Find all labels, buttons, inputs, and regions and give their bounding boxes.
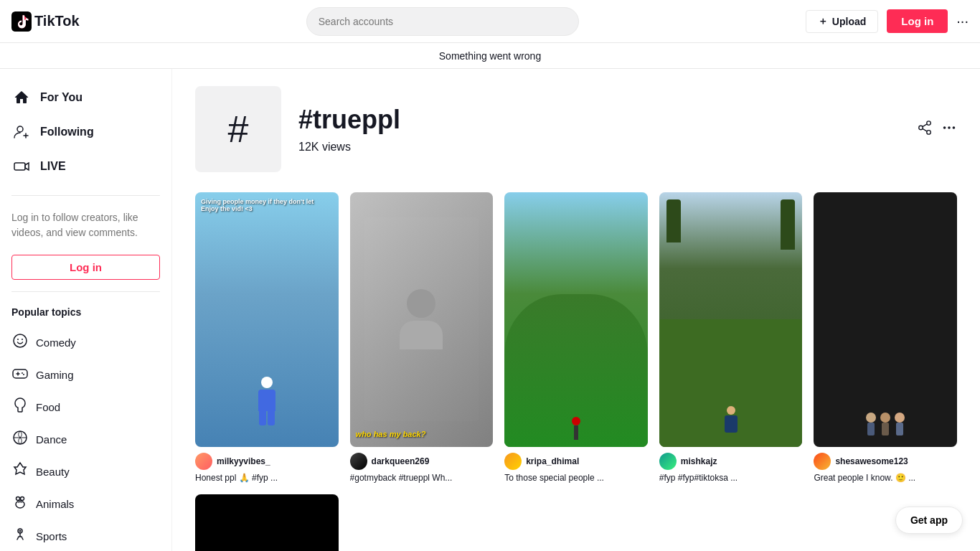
tag-header: # #trueppl 12K views bbox=[195, 86, 957, 172]
sidebar-item-sports[interactable]: Sports bbox=[0, 520, 171, 551]
svg-rect-1 bbox=[14, 163, 25, 170]
svg-point-3 bbox=[17, 339, 19, 340]
sidebar-divider-2 bbox=[11, 291, 160, 292]
svg-point-16 bbox=[927, 130, 931, 134]
video-card-3[interactable]: kripa_dhimal To those special people ... bbox=[504, 192, 648, 483]
username-2: darkqueen269 bbox=[372, 456, 430, 466]
avatar-3 bbox=[504, 453, 522, 470]
username-5: shesawesome123 bbox=[835, 456, 908, 466]
svg-point-7 bbox=[23, 374, 24, 375]
share-button[interactable] bbox=[917, 120, 933, 139]
sidebar-label-live: LIVE bbox=[40, 160, 66, 173]
main-content: # #trueppl 12K views bbox=[172, 69, 980, 551]
video-card-5[interactable]: shesawesome123 Great people I know. 🙂 ..… bbox=[814, 192, 957, 483]
home-icon bbox=[11, 88, 32, 108]
header: TikTok ＋ Upload Log in ··· bbox=[0, 0, 980, 43]
svg-point-18 bbox=[948, 126, 951, 129]
video-thumb-4 bbox=[659, 192, 803, 447]
sidebar-item-for-you[interactable]: For You bbox=[0, 80, 171, 115]
sidebar-item-comedy[interactable]: Comedy bbox=[0, 326, 171, 359]
layout: For You Following bbox=[0, 0, 980, 551]
svg-point-2 bbox=[14, 334, 27, 347]
topic-label-sports: Sports bbox=[36, 530, 67, 542]
avatar-5 bbox=[814, 453, 831, 470]
sidebar-login-button[interactable]: Log in bbox=[11, 255, 160, 280]
sidebar-item-animals[interactable]: Animals bbox=[0, 488, 171, 520]
avatar-2 bbox=[350, 453, 367, 470]
video-card-2[interactable]: who has my back? darkqueen269 #gotmyback… bbox=[350, 192, 494, 483]
video-thumb-6: ☠️ DON'T KEEPCALMCAUSEITS MYBIRTHDAY bbox=[195, 494, 339, 551]
video-user-5: shesawesome123 bbox=[814, 453, 957, 470]
header-left: TikTok bbox=[11, 11, 80, 32]
sidebar: For You Following bbox=[0, 69, 172, 551]
more-options-button[interactable] bbox=[941, 120, 957, 139]
upload-label: Upload bbox=[832, 16, 866, 27]
sidebar-item-food[interactable]: Food bbox=[0, 391, 171, 423]
svg-point-14 bbox=[927, 121, 931, 125]
logo-text: TikTok bbox=[34, 13, 80, 29]
sidebar-item-gaming[interactable]: Gaming bbox=[0, 359, 171, 391]
header-right: ＋ Upload Log in ··· bbox=[806, 9, 969, 33]
tag-info: #trueppl 12K views bbox=[298, 105, 900, 154]
topic-label-food: Food bbox=[36, 401, 60, 413]
svg-point-6 bbox=[22, 372, 23, 374]
error-message: Something went wrong bbox=[439, 50, 541, 62]
username-3: kripa_dhimal bbox=[526, 456, 579, 466]
video-card-4[interactable]: mishkajz #fyp #fyp#tiktoksa ... bbox=[659, 192, 803, 483]
more-icon[interactable]: ··· bbox=[956, 13, 969, 29]
beauty-icon bbox=[11, 461, 29, 482]
sidebar-divider bbox=[11, 195, 160, 196]
svg-point-15 bbox=[919, 126, 923, 130]
sidebar-item-beauty[interactable]: Beauty bbox=[0, 456, 171, 488]
video-card-6[interactable]: ☠️ DON'T KEEPCALMCAUSEITS MYBIRTHDAY bbox=[195, 494, 339, 551]
video-user-2: darkqueen269 bbox=[350, 453, 494, 470]
video-desc-4: #fyp #fyp#tiktoksa ... bbox=[659, 473, 803, 483]
svg-point-19 bbox=[953, 126, 956, 129]
svg-point-17 bbox=[943, 126, 946, 129]
username-4: mishkajz bbox=[681, 456, 717, 466]
svg-point-10 bbox=[21, 497, 24, 501]
food-icon bbox=[11, 397, 29, 418]
get-app-button[interactable]: Get app bbox=[895, 507, 963, 534]
video-desc-3: To those special people ... bbox=[504, 473, 648, 483]
login-button[interactable]: Log in bbox=[887, 9, 948, 33]
header-center bbox=[306, 7, 579, 36]
video-user-1: milkyyvibes_ bbox=[195, 453, 339, 470]
videos-grid: Giving people money if they don't let En… bbox=[195, 192, 957, 551]
hashtag-symbol: # bbox=[228, 108, 249, 151]
topic-label-beauty: Beauty bbox=[36, 466, 70, 478]
sidebar-item-live[interactable]: LIVE bbox=[0, 149, 171, 184]
upload-button[interactable]: ＋ Upload bbox=[806, 10, 878, 33]
svg-point-9 bbox=[17, 497, 20, 501]
video-thumb-2: who has my back? bbox=[350, 192, 494, 447]
sidebar-label-for-you: For You bbox=[40, 91, 83, 104]
animals-icon bbox=[11, 494, 29, 514]
tiktok-logo[interactable]: TikTok bbox=[11, 11, 80, 32]
video-thumb-3 bbox=[504, 192, 648, 447]
sidebar-item-following[interactable]: Following bbox=[0, 115, 171, 149]
video-desc-5: Great people I know. 🙂 ... bbox=[814, 473, 957, 483]
topic-label-animals: Animals bbox=[36, 498, 74, 510]
live-icon bbox=[11, 156, 32, 176]
tag-title: #trueppl bbox=[298, 105, 900, 135]
sports-icon bbox=[11, 526, 29, 547]
sidebar-label-following: Following bbox=[40, 126, 94, 138]
svg-point-4 bbox=[22, 339, 23, 340]
video-user-4: mishkajz bbox=[659, 453, 803, 470]
search-input[interactable] bbox=[306, 7, 579, 36]
svg-point-13 bbox=[19, 530, 22, 532]
tag-views: 12K views bbox=[298, 141, 900, 154]
video-desc-1: Honest ppl 🙏 #fyp ... bbox=[195, 473, 339, 483]
error-banner: Something went wrong bbox=[0, 43, 980, 69]
svg-point-0 bbox=[17, 126, 23, 132]
sidebar-nav: For You Following bbox=[0, 80, 171, 184]
popular-topics-title: Popular topics bbox=[0, 298, 171, 326]
video-card-1[interactable]: Giving people money if they don't let En… bbox=[195, 192, 339, 483]
video-user-3: kripa_dhimal bbox=[504, 453, 648, 470]
sidebar-login-text: Log in to follow creators, like videos, … bbox=[0, 202, 171, 249]
comedy-icon bbox=[11, 332, 29, 353]
topic-label-gaming: Gaming bbox=[36, 369, 74, 381]
topic-label-dance: Dance bbox=[36, 433, 67, 446]
avatar-4 bbox=[659, 453, 677, 470]
sidebar-item-dance[interactable]: Dance bbox=[0, 423, 171, 456]
